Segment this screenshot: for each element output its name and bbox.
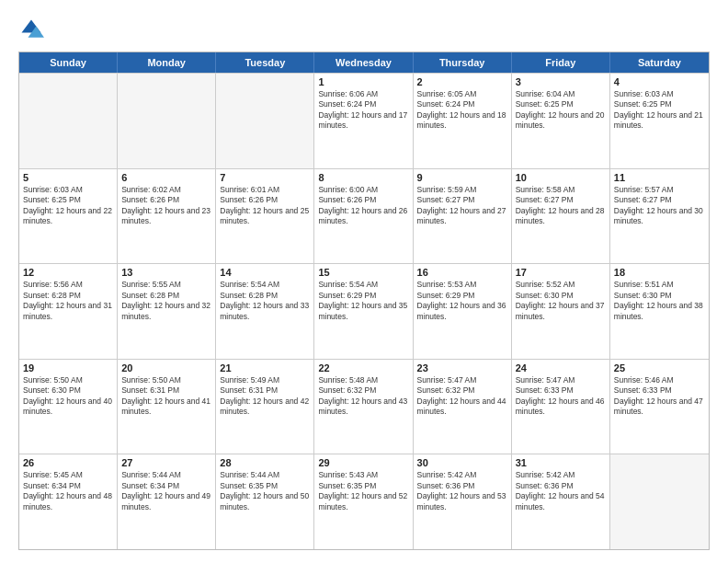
day-number: 5 [23,172,113,183]
header-day-thursday: Thursday [414,52,512,73]
day-number: 26 [23,457,113,468]
cell-info: Sunrise: 5:48 AMSunset: 6:32 PMDaylight:… [318,375,408,418]
day-number: 21 [220,362,310,373]
cell-info: Sunrise: 5:55 AMSunset: 6:28 PMDaylight:… [121,280,211,322]
calendar-header: SundayMondayTuesdayWednesdayThursdayFrid… [19,52,709,73]
header [18,17,710,42]
cell-info: Sunrise: 5:47 AMSunset: 6:32 PMDaylight:… [417,375,507,418]
header-day-friday: Friday [512,52,610,73]
day-number: 6 [121,172,211,183]
calendar-cell: 28Sunrise: 5:44 AMSunset: 6:35 PMDayligh… [216,454,314,549]
day-number: 23 [417,362,507,373]
cell-info: Sunrise: 5:47 AMSunset: 6:33 PMDaylight:… [516,375,606,418]
cell-info: Sunrise: 6:01 AMSunset: 6:26 PMDaylight:… [220,185,310,227]
day-number: 28 [220,457,310,468]
cell-info: Sunrise: 5:53 AMSunset: 6:29 PMDaylight:… [417,280,507,322]
calendar-cell: 14Sunrise: 5:54 AMSunset: 6:28 PMDayligh… [216,264,314,359]
cell-info: Sunrise: 5:42 AMSunset: 6:36 PMDaylight:… [417,470,507,512]
cell-info: Sunrise: 6:02 AMSunset: 6:26 PMDaylight:… [121,185,211,227]
calendar-cell: 23Sunrise: 5:47 AMSunset: 6:32 PMDayligh… [414,360,512,454]
cell-info: Sunrise: 5:44 AMSunset: 6:35 PMDaylight:… [220,470,310,512]
day-number: 12 [23,267,113,278]
day-number: 25 [614,362,705,373]
calendar-cell: 12Sunrise: 5:56 AMSunset: 6:28 PMDayligh… [19,264,118,359]
calendar-cell: 19Sunrise: 5:50 AMSunset: 6:30 PMDayligh… [19,360,118,454]
cell-info: Sunrise: 5:44 AMSunset: 6:34 PMDaylight:… [121,470,211,512]
calendar-cell: 26Sunrise: 5:45 AMSunset: 6:34 PMDayligh… [19,454,118,549]
calendar-cell: 18Sunrise: 5:51 AMSunset: 6:30 PMDayligh… [610,264,709,359]
calendar-cell: 24Sunrise: 5:47 AMSunset: 6:33 PMDayligh… [512,360,610,454]
day-number: 15 [318,267,408,278]
calendar-cell: 20Sunrise: 5:50 AMSunset: 6:31 PMDayligh… [118,360,216,454]
cell-info: Sunrise: 5:57 AMSunset: 6:27 PMDaylight:… [614,185,705,227]
calendar-body: 1Sunrise: 6:06 AMSunset: 6:24 PMDaylight… [19,73,709,549]
calendar-row-1: 5Sunrise: 6:03 AMSunset: 6:25 PMDaylight… [19,168,709,264]
day-number: 20 [121,362,211,373]
calendar-cell: 13Sunrise: 5:55 AMSunset: 6:28 PMDayligh… [118,264,216,359]
cell-info: Sunrise: 6:04 AMSunset: 6:25 PMDaylight:… [516,89,606,132]
calendar-cell: 31Sunrise: 5:42 AMSunset: 6:36 PMDayligh… [512,454,610,549]
day-number: 4 [614,76,705,87]
day-number: 30 [417,457,507,468]
header-day-sunday: Sunday [19,52,118,73]
header-day-wednesday: Wednesday [314,52,413,73]
cell-info: Sunrise: 5:52 AMSunset: 6:30 PMDaylight:… [516,280,606,322]
calendar-cell: 30Sunrise: 5:42 AMSunset: 6:36 PMDayligh… [414,454,512,549]
page: SundayMondayTuesdayWednesdayThursdayFrid… [0,0,728,563]
cell-info: Sunrise: 5:56 AMSunset: 6:28 PMDaylight:… [23,280,113,322]
cell-info: Sunrise: 5:49 AMSunset: 6:31 PMDaylight:… [220,375,310,418]
day-number: 13 [121,267,211,278]
calendar-cell: 21Sunrise: 5:49 AMSunset: 6:31 PMDayligh… [216,360,314,454]
logo-icon [18,17,44,42]
calendar-cell: 7Sunrise: 6:01 AMSunset: 6:26 PMDaylight… [216,169,314,264]
cell-info: Sunrise: 6:00 AMSunset: 6:26 PMDaylight:… [318,185,408,227]
day-number: 10 [516,172,606,183]
cell-info: Sunrise: 5:54 AMSunset: 6:28 PMDaylight:… [220,280,310,322]
calendar-cell: 5Sunrise: 6:03 AMSunset: 6:25 PMDaylight… [19,169,118,264]
cell-info: Sunrise: 5:43 AMSunset: 6:35 PMDaylight:… [318,470,408,512]
calendar-cell: 25Sunrise: 5:46 AMSunset: 6:33 PMDayligh… [610,360,709,454]
day-number: 19 [23,362,113,373]
calendar-cell: 16Sunrise: 5:53 AMSunset: 6:29 PMDayligh… [414,264,512,359]
day-number: 31 [516,457,606,468]
cell-info: Sunrise: 5:59 AMSunset: 6:27 PMDaylight:… [417,185,507,227]
calendar-row-0: 1Sunrise: 6:06 AMSunset: 6:24 PMDaylight… [19,73,709,168]
calendar-cell: 6Sunrise: 6:02 AMSunset: 6:26 PMDaylight… [118,169,216,264]
calendar-cell: 22Sunrise: 5:48 AMSunset: 6:32 PMDayligh… [314,360,413,454]
calendar: SundayMondayTuesdayWednesdayThursdayFrid… [18,52,710,550]
calendar-row-2: 12Sunrise: 5:56 AMSunset: 6:28 PMDayligh… [19,263,709,359]
cell-info: Sunrise: 5:46 AMSunset: 6:33 PMDaylight:… [614,375,705,418]
calendar-cell [216,74,314,168]
day-number: 14 [220,267,310,278]
calendar-cell: 9Sunrise: 5:59 AMSunset: 6:27 PMDaylight… [414,169,512,264]
cell-info: Sunrise: 6:06 AMSunset: 6:24 PMDaylight:… [318,89,408,132]
calendar-cell [610,454,709,549]
cell-info: Sunrise: 5:42 AMSunset: 6:36 PMDaylight:… [516,470,606,512]
calendar-cell: 29Sunrise: 5:43 AMSunset: 6:35 PMDayligh… [314,454,413,549]
day-number: 11 [614,172,705,183]
day-number: 2 [417,76,507,87]
day-number: 17 [516,267,606,278]
day-number: 24 [516,362,606,373]
cell-info: Sunrise: 6:05 AMSunset: 6:24 PMDaylight:… [417,89,507,132]
calendar-cell: 11Sunrise: 5:57 AMSunset: 6:27 PMDayligh… [610,169,709,264]
calendar-cell [19,74,118,168]
calendar-cell: 17Sunrise: 5:52 AMSunset: 6:30 PMDayligh… [512,264,610,359]
calendar-cell: 10Sunrise: 5:58 AMSunset: 6:27 PMDayligh… [512,169,610,264]
calendar-cell: 3Sunrise: 6:04 AMSunset: 6:25 PMDaylight… [512,74,610,168]
day-number: 9 [417,172,507,183]
day-number: 16 [417,267,507,278]
cell-info: Sunrise: 5:45 AMSunset: 6:34 PMDaylight:… [23,470,113,512]
day-number: 3 [516,76,606,87]
calendar-row-4: 26Sunrise: 5:45 AMSunset: 6:34 PMDayligh… [19,454,709,549]
calendar-cell: 27Sunrise: 5:44 AMSunset: 6:34 PMDayligh… [118,454,216,549]
day-number: 1 [318,76,408,87]
calendar-cell: 1Sunrise: 6:06 AMSunset: 6:24 PMDaylight… [314,74,413,168]
calendar-cell: 4Sunrise: 6:03 AMSunset: 6:25 PMDaylight… [610,74,709,168]
day-number: 8 [318,172,408,183]
cell-info: Sunrise: 5:50 AMSunset: 6:31 PMDaylight:… [121,375,211,418]
cell-info: Sunrise: 5:54 AMSunset: 6:29 PMDaylight:… [318,280,408,322]
logo [18,17,48,42]
cell-info: Sunrise: 5:58 AMSunset: 6:27 PMDaylight:… [516,185,606,227]
cell-info: Sunrise: 6:03 AMSunset: 6:25 PMDaylight:… [23,185,113,227]
